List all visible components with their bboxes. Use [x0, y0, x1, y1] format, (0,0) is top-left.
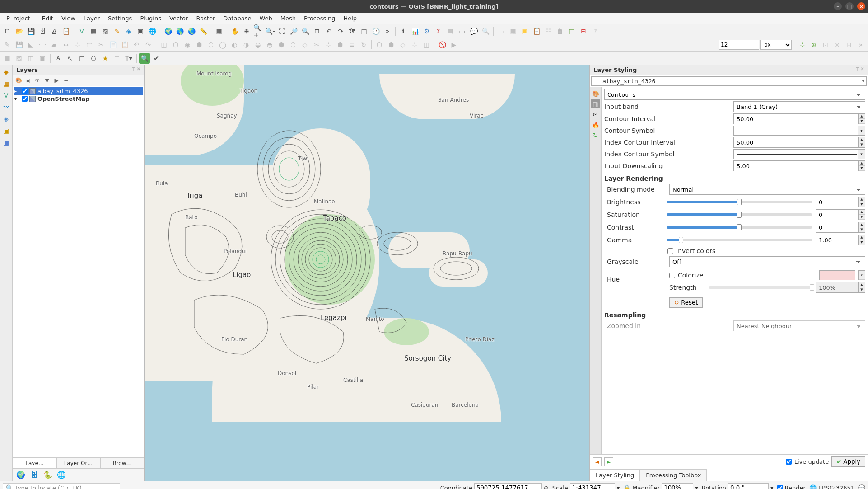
filter-legend-icon[interactable]: 👁: [33, 76, 42, 85]
saturation-input[interactable]: [816, 209, 858, 220]
close-panel-icon[interactable]: ✕: [137, 66, 140, 73]
new-3d-icon[interactable]: ◫: [359, 26, 369, 37]
globe2-icon[interactable]: 🌎: [174, 26, 185, 37]
redo-icon[interactable]: ↷: [143, 39, 154, 50]
contour-symbol-button[interactable]: ▾: [733, 126, 865, 136]
arrow-icon[interactable]: ↖: [65, 53, 75, 64]
snap4-icon[interactable]: ×: [832, 39, 843, 50]
undock-icon[interactable]: ◫: [131, 66, 135, 73]
d17-icon[interactable]: ≡: [346, 39, 357, 50]
add-vector-icon[interactable]: V: [76, 26, 87, 37]
osm2-icon[interactable]: ⊟: [578, 26, 589, 37]
spinner-icon[interactable]: ▲▼: [858, 209, 865, 220]
map-canvas[interactable]: Mount IsarogTigaonSagñayOcampoSan Andres…: [145, 65, 590, 481]
print-layout-icon[interactable]: 🖨: [49, 26, 60, 37]
menu-plugins[interactable]: Plugins: [136, 14, 165, 23]
tab-browser[interactable]: Brow…: [100, 458, 144, 468]
zoom-native-icon[interactable]: ⊡: [312, 26, 322, 37]
text-icon[interactable]: T: [112, 53, 122, 64]
colorize-checkbox[interactable]: [669, 273, 675, 278]
delete-feature-icon[interactable]: 🗑: [84, 39, 95, 50]
menu-web[interactable]: Web: [256, 14, 275, 23]
collapse-icon[interactable]: ▶: [52, 76, 61, 85]
blending-select[interactable]: Normal: [669, 184, 865, 195]
new-map-icon[interactable]: 🗺: [347, 26, 358, 37]
d8-icon[interactable]: ◑: [241, 39, 252, 50]
zoom-next-icon[interactable]: ↷: [335, 26, 346, 37]
statistics-icon[interactable]: 📊: [410, 26, 420, 37]
add-raster-icon[interactable]: ▦: [88, 26, 99, 37]
close-panel-icon[interactable]: ✕: [861, 66, 864, 73]
add-mesh-icon[interactable]: ▨: [100, 26, 111, 37]
filter-icon[interactable]: 🗑: [555, 26, 565, 37]
colorize-color-button[interactable]: [819, 270, 855, 280]
crs-icon[interactable]: 🌐: [809, 484, 817, 489]
tab-layer-styling[interactable]: Layer Styling: [590, 469, 640, 481]
layer-checkbox[interactable]: [22, 88, 28, 94]
close-button[interactable]: ×: [857, 2, 865, 10]
d16-icon[interactable]: ⬢: [335, 39, 345, 50]
menu-settings[interactable]: Settings: [104, 14, 135, 23]
input-band-select[interactable]: Band 1 (Gray): [733, 101, 865, 112]
menu-processing[interactable]: Processing: [300, 14, 339, 23]
add-poly-icon[interactable]: ▰: [49, 39, 60, 50]
menu-database[interactable]: Database: [219, 14, 255, 23]
add-spatialite-icon[interactable]: ◈: [123, 26, 134, 37]
copy-icon[interactable]: 📄: [107, 39, 118, 50]
saturation-slider[interactable]: [667, 213, 812, 216]
pan-selection-icon[interactable]: ⊕: [241, 26, 252, 37]
globe3-icon[interactable]: 🌏: [186, 26, 197, 37]
tab-layer-order[interactable]: Layer Or…: [56, 458, 100, 468]
cut-icon[interactable]: ✂: [96, 39, 107, 50]
contrast-slider[interactable]: [667, 226, 812, 229]
l4-icon[interactable]: ▣: [37, 53, 48, 64]
gamma-slider[interactable]: [667, 239, 812, 241]
move-feature-icon[interactable]: ↔: [61, 39, 71, 50]
help-icon[interactable]: ?: [590, 26, 601, 37]
spinner-icon[interactable]: ▲▼: [858, 197, 865, 207]
pan-icon[interactable]: ✋: [229, 26, 240, 37]
size-unit-select[interactable]: px: [760, 40, 792, 50]
d12-icon[interactable]: ⬡: [288, 39, 299, 50]
layer-item-albay[interactable]: ▸ albay_srtm_4326: [14, 87, 143, 95]
menu-edit[interactable]: Edit: [38, 14, 57, 23]
d11-icon[interactable]: ⬢: [276, 39, 287, 50]
extents-icon[interactable]: ⊕: [544, 484, 549, 489]
strength-slider[interactable]: [709, 286, 812, 289]
live-update-checkbox[interactable]: [786, 459, 792, 465]
snap1-icon[interactable]: ⊹: [797, 39, 807, 50]
contrast-input[interactable]: [816, 222, 858, 233]
layer-item-osm[interactable]: ▾ OpenStreetMap: [14, 95, 143, 103]
d21-icon[interactable]: ◇: [397, 39, 408, 50]
lt-csv-icon[interactable]: 〰: [1, 102, 11, 112]
index-symbol-button[interactable]: ▾: [733, 149, 865, 159]
save-as-icon[interactable]: 🗄: [37, 26, 48, 37]
menu-raster[interactable]: Raster: [192, 14, 219, 23]
d22-icon[interactable]: ⊹: [409, 39, 420, 50]
python-icon[interactable]: 🐍: [43, 470, 52, 480]
d15-icon[interactable]: ⊹: [323, 39, 334, 50]
d9-icon[interactable]: ◒: [252, 39, 263, 50]
tab-layers[interactable]: Laye…: [13, 458, 56, 468]
layer-select-combo[interactable]: albay_srtm_4326 ▾: [591, 76, 867, 86]
rendering-tab-icon[interactable]: 🔥: [591, 120, 600, 129]
rect-icon[interactable]: ▢: [76, 53, 87, 64]
renderer-select[interactable]: Contours: [604, 89, 865, 100]
more-icon[interactable]: »: [382, 26, 393, 37]
lt-raster-icon[interactable]: ▦: [1, 79, 11, 89]
zoom-selection-icon[interactable]: 🔎: [288, 26, 299, 37]
deselect-icon[interactable]: 🔍: [480, 26, 491, 37]
grayscale-select[interactable]: Off: [669, 256, 865, 267]
d14-icon[interactable]: ✂: [311, 39, 322, 50]
zoom-last-icon[interactable]: ↶: [323, 26, 334, 37]
edit-toggle-icon[interactable]: ✎: [2, 39, 13, 50]
menu-help[interactable]: Help: [340, 14, 360, 23]
d3-icon[interactable]: ◉: [182, 39, 193, 50]
more5-icon[interactable]: »: [855, 39, 866, 50]
spinner-icon[interactable]: ▲▼: [858, 235, 865, 245]
search-green-icon[interactable]: 🔍: [139, 53, 150, 64]
toolbox-icon[interactable]: ⚙: [421, 26, 432, 37]
zoom-out-icon[interactable]: 🔍-: [265, 26, 275, 37]
coordinate-input[interactable]: [474, 483, 542, 489]
add-feature-icon[interactable]: ◣: [25, 39, 36, 50]
